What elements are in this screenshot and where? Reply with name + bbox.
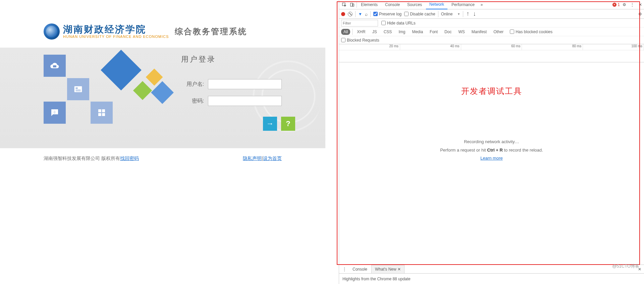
preserve-log-checkbox[interactable] [373, 12, 378, 16]
preserve-log-label: Preserve log [379, 12, 401, 16]
throttling-select[interactable]: Online ▼ [441, 12, 461, 16]
type-other[interactable]: Other [491, 29, 506, 35]
tile-empty [44, 78, 66, 100]
type-css[interactable]: CSS [381, 29, 394, 35]
svg-text::-): :-) [53, 110, 55, 114]
hide-data-urls-checkbox[interactable] [381, 21, 386, 25]
type-doc[interactable]: Doc [442, 29, 454, 35]
blocked-requests-checkbox[interactable] [341, 38, 345, 42]
school-name-en: HUNAN UNIVERSITY OF FINANCE AND ECONOMIC… [63, 35, 169, 39]
tabs-more-icon[interactable]: » [479, 1, 485, 8]
arrow-right-icon: → [266, 119, 274, 128]
system-title: 综合教务管理系统 [175, 26, 247, 37]
type-js[interactable]: JS [370, 29, 379, 35]
school-logo-icon [44, 23, 60, 40]
svg-rect-0 [53, 65, 56, 67]
type-ws[interactable]: WS [456, 29, 467, 35]
devtools-drawer: ⋮ Console What's New ✕ ✕ Highlights from… [339, 265, 644, 284]
import-har-icon[interactable]: ⭡ [466, 12, 470, 16]
network-settings-gear-icon[interactable]: ⚙ [638, 12, 642, 16]
copyright-text: 湖南强智科技发展有限公司 版权所有 [44, 156, 120, 162]
filter-toggle-icon[interactable]: ▼ [358, 12, 362, 16]
network-type-row: All XHR JS CSS Img Media Font Doc WS Man… [339, 27, 644, 36]
hide-data-urls-option[interactable]: Hide data URLs [381, 21, 416, 25]
diamond-green-icon [133, 81, 152, 100]
recording-line1: Recording network activity… [339, 138, 644, 146]
tile-cloud-book-icon [44, 55, 66, 77]
recording-prefix: Perform a request or hit [440, 148, 487, 153]
inspect-element-icon[interactable] [340, 1, 348, 8]
blocked-requests-row: Blocked Requests [339, 36, 644, 44]
logo-row: 湖南财政经济学院 HUNAN UNIVERSITY OF FINANCE AND… [0, 23, 325, 40]
help-button[interactable]: ? [281, 117, 295, 131]
submit-button[interactable]: → [263, 117, 277, 131]
tick-label: 80 ms [522, 44, 583, 50]
disable-cache-checkbox[interactable] [404, 12, 409, 16]
tile-empty [67, 55, 89, 77]
password-label: 密码: [181, 98, 204, 105]
close-devtools-icon[interactable]: ✕ [637, 1, 644, 8]
tick-label: 100 ms [583, 44, 644, 50]
disable-cache-label: Disable cache [410, 12, 435, 16]
password-input[interactable] [208, 96, 282, 106]
learn-more-link[interactable]: Learn more [480, 156, 502, 161]
decorative-diamonds [101, 51, 178, 118]
svg-rect-4 [76, 91, 81, 91]
username-input[interactable] [208, 79, 282, 89]
error-count[interactable]: ✕ 1 [612, 2, 620, 7]
tab-network[interactable]: Network [426, 0, 447, 9]
settings-gear-icon[interactable]: ⚙ [621, 1, 628, 8]
preserve-log-option[interactable]: Preserve log [373, 12, 401, 16]
watermark: @51CTO博客 [612, 263, 639, 269]
find-password-link[interactable]: 找回密码 [120, 156, 139, 162]
blocked-cookies-checkbox[interactable] [510, 30, 514, 34]
tick-label: 40 ms [400, 44, 461, 50]
export-har-icon[interactable]: ⭣ [473, 12, 477, 16]
tick-label: 60 ms [461, 44, 522, 50]
tab-performance[interactable]: Performance [448, 0, 478, 9]
type-img[interactable]: Img [396, 29, 408, 35]
blocked-requests-label: Blocked Requests [347, 38, 379, 43]
drawer-kebab-icon[interactable]: ⋮ [340, 267, 348, 272]
throttling-value: Online [441, 12, 453, 16]
network-timeline[interactable]: 20 ms 40 ms 60 ms 80 ms 100 ms [339, 44, 644, 62]
network-body: 开发者调试工具 Recording network activity… Perf… [339, 62, 644, 265]
tab-console[interactable]: Console [382, 0, 403, 9]
caret-down-icon: ▼ [457, 12, 460, 16]
type-manifest[interactable]: Manifest [469, 29, 489, 35]
drawer-tab-whatsnew[interactable]: What's New ✕ [371, 265, 405, 273]
type-all[interactable]: All [341, 29, 350, 35]
devtools-panel: Elements Console Sources Network Perform… [339, 0, 644, 284]
toggle-device-toolbar-icon[interactable] [348, 1, 356, 8]
error-icon: ✕ [612, 3, 616, 7]
tile-chat-icon: :-) [44, 102, 66, 124]
svg-rect-3 [76, 90, 81, 90]
username-label: 用户名: [181, 81, 204, 88]
main-banner: :-) 用户登录 用户名: [0, 48, 325, 148]
svg-rect-2 [76, 88, 78, 89]
type-media[interactable]: Media [410, 29, 425, 35]
type-xhr[interactable]: XHR [355, 29, 368, 35]
privacy-link[interactable]: 隐私声明 [243, 156, 262, 161]
kebab-menu-icon[interactable]: ⋮ [629, 1, 636, 8]
recording-shortcut: Ctrl + R [487, 148, 503, 153]
blocked-requests-option[interactable]: Blocked Requests [341, 38, 379, 43]
disable-cache-option[interactable]: Disable cache [404, 12, 435, 16]
tab-elements[interactable]: Elements [358, 0, 381, 9]
set-home-link[interactable]: 设为首页 [263, 156, 282, 161]
tile-news-icon [67, 78, 89, 100]
svg-rect-1 [74, 86, 82, 92]
recording-message: Recording network activity… Perform a re… [339, 138, 644, 163]
clear-icon[interactable] [348, 12, 353, 16]
help-icon: ? [286, 119, 290, 128]
blocked-cookies-option[interactable]: Has blocked cookies [510, 30, 552, 34]
tab-sources[interactable]: Sources [404, 0, 425, 9]
type-font[interactable]: Font [427, 29, 440, 35]
filter-input[interactable] [341, 20, 378, 26]
search-icon[interactable]: ⌕ [365, 11, 368, 17]
footer: 湖南强智科技发展有限公司 版权所有 找回密码 隐私声明|设为首页 [0, 148, 282, 162]
record-icon[interactable] [341, 12, 345, 16]
recording-suffix: to record the reload. [503, 148, 543, 153]
tick-label: 20 ms [339, 44, 400, 50]
drawer-tab-console[interactable]: Console [349, 265, 371, 273]
